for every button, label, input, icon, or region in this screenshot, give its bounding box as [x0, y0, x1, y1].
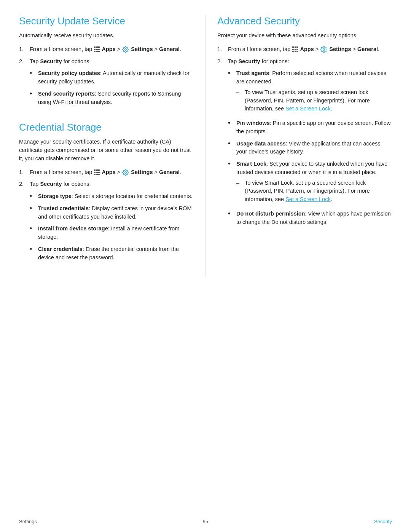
adv-step2-bold: Security [238, 58, 260, 64]
sub-dash-1: – [236, 88, 245, 97]
sub-content-1: To view Trust agents, set up a secured s… [245, 88, 392, 113]
adv-settings-icon [320, 46, 327, 53]
cred-bullet-dot-1: • [30, 192, 38, 201]
sub-item-1: – To view Trust agents, set up a secured… [236, 88, 392, 113]
cred-bullet-content-1: Storage type: Select a storage location … [38, 192, 194, 201]
adv-bullet-3: • Usage data access: View the applicatio… [228, 140, 392, 157]
bullet-bold: Security policy updates [38, 70, 100, 76]
adv-bullet-dot-5: • [228, 210, 236, 218]
cred-bullet-dot-4: • [30, 245, 38, 254]
credential-storage-steps: 1. From a Home screen, tap Apps > [19, 168, 194, 266]
credential-storage-title: Credential Storage [19, 121, 194, 133]
footer-right: Security [374, 519, 392, 524]
advanced-security-title: Advanced Security [217, 15, 392, 27]
adv-step-number-1: 1. [217, 45, 228, 54]
cred-bullet-dot-3: • [30, 225, 38, 233]
adv-bullet-2: • Pin windows: Pin a specific app on you… [228, 119, 392, 136]
trust-agents-sub: – To view Trust agents, set up a secured… [236, 88, 392, 113]
adv-step1-settings: Settings [329, 46, 351, 52]
adv-step1-apps: Apps [300, 46, 314, 52]
step2-prefix: Tap [30, 58, 38, 64]
cred-step-number-2: 2. [19, 180, 30, 189]
step1-apps: Apps [102, 46, 115, 52]
bullet-item-2: • Send security reports: Send security r… [30, 90, 194, 107]
bullet-bold-2: Send security reports [38, 91, 95, 97]
cred-bullets: • Storage type: Select a storage locatio… [30, 192, 194, 262]
adv-bullet-5: • Do not disturb permission: View which … [228, 210, 392, 227]
page-footer: Settings 95 Security [0, 514, 411, 524]
bullet-dot: • [30, 69, 38, 78]
adv-bullet-content-2: Pin windows: Pin a specific app on your … [236, 119, 392, 136]
cred-step1-general: General [159, 169, 180, 175]
cred-step-content-1: From a Home screen, tap Apps > [30, 168, 194, 177]
advanced-security-section: Advanced Security Protect your device wi… [217, 15, 392, 230]
sub-content-2: To view Smart Lock, set up a secured scr… [245, 179, 392, 204]
cred-step-1: 1. From a Home screen, tap Apps > [19, 168, 194, 177]
cred-bullet-content-4: Clear credentials: Erase the credential … [38, 245, 194, 262]
adv-bullet-4: • Smart Lock: Set your device to stay un… [228, 160, 392, 206]
sub-dash-2: – [236, 179, 245, 187]
adv-bullets: • Trust agents: Perform selected actions… [228, 69, 392, 226]
smart-lock-sub: – To view Smart Lock, set up a secured s… [236, 179, 392, 204]
adv-bullet-content-1: Trust agents: Perform selected actions w… [236, 69, 392, 115]
adv-apps-icon [292, 46, 298, 52]
advanced-security-intro: Protect your device with these advanced … [217, 32, 392, 40]
adv-step-number-2: 2. [217, 58, 228, 66]
adv-step1-general: General [357, 46, 378, 52]
cred-bullet-3: • Install from device storage: Install a… [30, 225, 194, 241]
security-update-service-title: Security Update Service [19, 15, 194, 27]
adv-bullet-dot-3: • [228, 140, 236, 148]
cred-bullet-content-3: Install from device storage: Install a n… [38, 225, 194, 241]
step-content: From a Home screen, tap Apps > [30, 45, 194, 54]
bullet-item: • Security policy updates: Automatically… [30, 69, 194, 86]
adv-bullet-1: • Trust agents: Perform selected actions… [228, 69, 392, 115]
adv-step-content-1: From a Home screen, tap Apps > [228, 45, 392, 54]
security-update-service-section: Security Update Service Automatically re… [19, 15, 194, 110]
set-screen-lock-link-2[interactable]: Set a Screen Lock [285, 196, 331, 202]
cred-step-number-1: 1. [19, 168, 30, 177]
cred-apps-icon [94, 169, 100, 175]
footer-page-number: 95 [203, 519, 208, 524]
step1-prefix: From a Home screen, tap [30, 46, 92, 52]
adv-bullet-dot-2: • [228, 119, 236, 128]
svg-point-2 [323, 49, 325, 51]
cred-step2-bold: Security [40, 181, 62, 187]
security-update-service-intro: Automatically receive security updates. [19, 32, 194, 40]
sec-update-bullets: • Security policy updates: Automatically… [30, 69, 194, 106]
adv-step-1: 1. From a Home screen, tap Apps > [217, 45, 392, 54]
cred-step-content-2: Tap Security for options: • Storage type… [30, 180, 194, 265]
left-column: Security Update Service Automatically re… [19, 15, 206, 277]
cred-settings-icon [122, 169, 129, 176]
cred-bullet-1: • Storage type: Select a storage locatio… [30, 192, 194, 201]
bullet-dot-2: • [30, 90, 38, 98]
adv-bullet-dot-1: • [228, 69, 236, 78]
svg-point-0 [125, 49, 127, 51]
step2-bold: Security [40, 58, 62, 64]
cred-step2-prefix: Tap [30, 181, 38, 187]
step1-suffix: General [159, 46, 180, 52]
adv-step-content-2: Tap Security for options: • Trust agents… [228, 58, 392, 230]
credential-storage-intro: Manage your security certificates. If a … [19, 138, 194, 163]
cred-step1-prefix: From a Home screen, tap [30, 169, 92, 175]
footer-left: Settings [19, 519, 37, 524]
adv-bullet-dot-4: • [228, 160, 236, 168]
bullet-content: Security policy updates: Automatically o… [38, 69, 194, 86]
cred-bullet-2: • Trusted credentials: Display certifica… [30, 204, 194, 221]
adv-bullet-content-4: Smart Lock: Set your device to stay unlo… [236, 160, 392, 206]
right-column: Advanced Security Protect your device wi… [206, 15, 392, 277]
set-screen-lock-link-1[interactable]: Set a Screen Lock [285, 105, 331, 112]
adv-step1-prefix: From a Home screen, tap [228, 46, 290, 52]
step2-suffix: for options: [64, 58, 91, 64]
step1-settings: Settings [131, 46, 153, 52]
step-content-2: Tap Security for options: • Security pol… [30, 58, 194, 110]
adv-bullet-content-3: Usage data access: View the applications… [236, 140, 392, 157]
step-item-2: 2. Tap Security for options: • Security … [19, 58, 194, 110]
adv-bullet-content-5: Do not disturb permission: View which ap… [236, 210, 392, 227]
settings-icon [122, 46, 129, 53]
step-item: 1. From a Home screen, tap Apps > [19, 45, 194, 54]
cred-step2-suffix: for options: [64, 181, 91, 187]
step-number: 1. [19, 45, 30, 54]
cred-step1-settings: Settings [131, 169, 153, 175]
adv-step2-prefix: Tap [228, 58, 237, 64]
svg-point-1 [125, 171, 127, 173]
